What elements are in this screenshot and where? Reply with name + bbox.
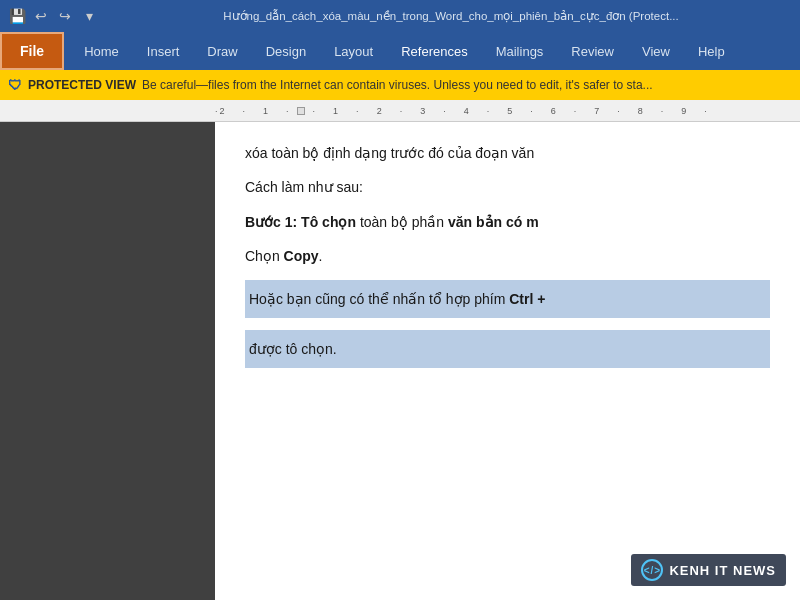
- title-bar-controls: 💾 ↩ ↪ ▾: [8, 7, 98, 25]
- tab-references[interactable]: References: [387, 32, 481, 70]
- redo-icon[interactable]: ↪: [56, 7, 74, 25]
- protected-view-label: PROTECTED VIEW: [28, 78, 136, 92]
- ruler: · 2 · 1 · · 1 · 2 · 3 · 4 · 5 · 6 · 7 · …: [0, 100, 800, 122]
- tab-draw[interactable]: Draw: [193, 32, 251, 70]
- tab-view[interactable]: View: [628, 32, 684, 70]
- chon-copy-text: Chọn: [245, 248, 284, 264]
- vanban-bold: văn bản có m: [448, 214, 539, 230]
- copy-period: .: [319, 248, 323, 264]
- left-margin: [0, 122, 215, 600]
- para2-text: Cách làm như sau:: [245, 179, 363, 195]
- protected-view-bar: 🛡 PROTECTED VIEW Be careful—files from t…: [0, 70, 800, 100]
- buoc1-bold: Bước 1: Tô chọn: [245, 214, 356, 230]
- main-area: xóa toàn bộ định dạng trước đó của đoạn …: [0, 122, 800, 600]
- paragraph-4: Chọn Copy.: [245, 245, 770, 267]
- ctrl-bold: Ctrl +: [509, 291, 545, 307]
- ribbon-tabs: Home Insert Draw Design Layout Reference…: [64, 32, 745, 70]
- ruler-content: · 2 · 1 · · 1 · 2 · 3 · 4 · 5 · 6 · 7 · …: [0, 100, 800, 121]
- paragraph-1: xóa toàn bộ định dạng trước đó của đoạn …: [245, 142, 770, 164]
- undo-icon[interactable]: ↩: [32, 7, 50, 25]
- document-content: xóa toàn bộ định dạng trước đó của đoạn …: [245, 142, 770, 368]
- hoac-text: Hoặc bạn cũng có thể nhấn tổ hợp phím: [249, 291, 509, 307]
- file-button[interactable]: File: [0, 32, 64, 70]
- paragraph-3: Bước 1: Tô chọn toàn bộ phần văn bản có …: [245, 211, 770, 233]
- document-area[interactable]: xóa toàn bộ định dạng trước đó của đoạn …: [215, 122, 800, 600]
- tab-layout[interactable]: Layout: [320, 32, 387, 70]
- pin-icon[interactable]: ▾: [80, 7, 98, 25]
- save-icon[interactable]: 💾: [8, 7, 26, 25]
- tab-mailings[interactable]: Mailings: [482, 32, 558, 70]
- kenh-it-news-icon: </>: [641, 559, 663, 581]
- duoc-to-chon-text: được tô chọn.: [249, 341, 337, 357]
- logo-label: KENH IT NEWS: [669, 563, 776, 578]
- shield-icon: 🛡: [8, 77, 22, 93]
- tab-help[interactable]: Help: [684, 32, 739, 70]
- kenh-it-news-badge: </> KENH IT NEWS: [631, 554, 786, 586]
- ribbon: File Home Insert Draw Design Layout Refe…: [0, 32, 800, 70]
- para3-mid: toàn bộ phần: [356, 214, 448, 230]
- tab-review[interactable]: Review: [557, 32, 628, 70]
- document-title: Hướng_dẫn_cách_xóa_màu_nền_trong_Word_ch…: [110, 9, 792, 23]
- paragraph-5-highlighted: Hoặc bạn cũng có thể nhấn tổ hợp phím Ct…: [245, 280, 770, 318]
- paragraph-2: Cách làm như sau:: [245, 176, 770, 198]
- protected-view-message: Be careful—files from the Internet can c…: [142, 78, 653, 92]
- logo-icon-text: </>: [644, 565, 661, 576]
- para1-text: xóa toàn bộ định dạng trước đó của đoạn …: [245, 145, 534, 161]
- paragraph-6-highlighted: được tô chọn.: [245, 330, 770, 368]
- copy-bold: Copy: [284, 248, 319, 264]
- tab-design[interactable]: Design: [252, 32, 320, 70]
- title-bar: 💾 ↩ ↪ ▾ Hướng_dẫn_cách_xóa_màu_nền_trong…: [0, 0, 800, 32]
- tab-insert[interactable]: Insert: [133, 32, 194, 70]
- tab-home[interactable]: Home: [70, 32, 133, 70]
